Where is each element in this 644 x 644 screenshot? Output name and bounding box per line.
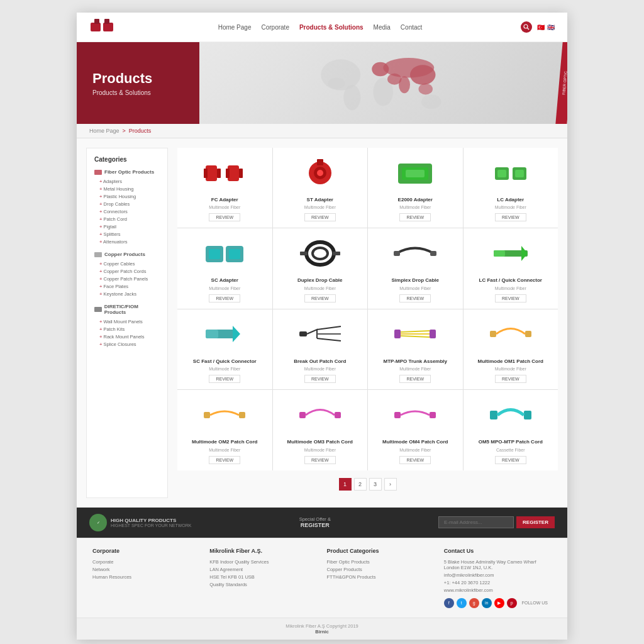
social-pinterest[interactable]: p xyxy=(507,598,517,608)
review-button[interactable]: REVIEW xyxy=(399,375,431,383)
page-3[interactable]: 3 xyxy=(369,478,382,491)
review-button[interactable]: REVIEW xyxy=(495,213,526,221)
product-card: Duplex Drop Cable Multimode Fiber REVIEW xyxy=(273,228,368,308)
lang-en[interactable]: 🇬🇧 xyxy=(547,24,555,31)
svg-point-39 xyxy=(313,248,328,259)
cat-metal-housing[interactable]: Metal Housing xyxy=(94,185,160,192)
social-youtube[interactable]: ▶ xyxy=(494,598,504,608)
cat-wall-panels[interactable]: Wall Mount Panels xyxy=(94,318,160,325)
footer-col-mikrolink-title: Mikrolink Fiber A.Ş. xyxy=(209,548,317,554)
footer-link-hse[interactable]: HSE Tel KFB 01 USB xyxy=(209,574,317,580)
products-grid: FC Adapter Multimode Fiber REVIEW ST Ada… xyxy=(177,148,558,470)
cat-pigtail[interactable]: Pigtail xyxy=(94,223,160,230)
copyright: Mikrolink Fiber A.Ş Copyright 2019 xyxy=(82,623,562,629)
footer-link-quality[interactable]: Quality Standards xyxy=(209,582,317,587)
nav-contact[interactable]: Contact xyxy=(401,24,422,31)
cat-patch-cord[interactable]: Patch Cord xyxy=(94,215,160,223)
page-next[interactable]: › xyxy=(384,478,397,491)
product-image xyxy=(393,316,437,353)
cat-adapters[interactable]: Adapters xyxy=(94,177,160,185)
svg-line-51 xyxy=(317,326,341,330)
social-facebook[interactable]: f xyxy=(444,598,454,608)
product-category: Multimode Fiber xyxy=(399,286,431,291)
footer-special: Special Offer & REGISTER xyxy=(299,516,331,528)
review-button[interactable]: REVIEW xyxy=(209,213,240,221)
cat-splice-closures[interactable]: Splice Closures xyxy=(94,340,160,348)
svg-point-16 xyxy=(399,76,410,93)
cat-patch-kits[interactable]: Patch Kits xyxy=(94,325,160,333)
svg-rect-33 xyxy=(515,170,524,177)
footer-link-kfb[interactable]: KFB Indoor Quality Services xyxy=(209,559,317,565)
cat-copper-patch-cords[interactable]: Copper Patch Cords xyxy=(94,267,160,275)
cat-copper-cables[interactable]: Copper Cables xyxy=(94,260,160,267)
review-button[interactable]: REVIEW xyxy=(304,375,336,383)
review-button[interactable]: REVIEW xyxy=(304,456,336,464)
review-button[interactable]: REVIEW xyxy=(209,294,240,303)
footer-email[interactable]: info@mikrolinkfiber.com xyxy=(444,572,552,578)
product-name: MTP-MPO Trunk Assembly xyxy=(384,358,448,365)
review-button[interactable]: REVIEW xyxy=(495,375,526,383)
product-image xyxy=(489,316,533,353)
footer-website[interactable]: www.mikrolinkfiber.com xyxy=(444,587,552,593)
svg-point-14 xyxy=(419,83,433,94)
review-button[interactable]: REVIEW xyxy=(399,213,431,221)
lang-tr[interactable]: 🇹🇷 xyxy=(537,24,545,31)
cat-splitters[interactable]: Splitters xyxy=(94,230,160,238)
footer-phone[interactable]: +1: +44 20 3670 1222 xyxy=(444,580,552,586)
nav-home[interactable]: Home Page xyxy=(218,24,252,31)
social-googleplus[interactable]: g xyxy=(469,598,479,608)
review-button[interactable]: REVIEW xyxy=(495,294,526,303)
cat-plastic-housing[interactable]: Plastic Housing xyxy=(94,192,160,200)
review-button[interactable]: REVIEW xyxy=(304,294,336,303)
sidebar: Categories Fiber Optic Products Adapters… xyxy=(86,148,168,498)
cat-face-plates[interactable]: Face Plates xyxy=(94,282,160,290)
product-image xyxy=(298,154,342,192)
cat-rack-panels[interactable]: Rack Mount Panels xyxy=(94,333,160,340)
review-button[interactable]: REVIEW xyxy=(495,456,526,464)
nav-media[interactable]: Media xyxy=(374,24,391,31)
footer-link-network[interactable]: Network xyxy=(92,567,200,572)
page-1[interactable]: 1 xyxy=(339,478,352,491)
review-button[interactable]: REVIEW xyxy=(399,294,431,303)
social-twitter[interactable]: t xyxy=(457,598,467,608)
page-2[interactable]: 2 xyxy=(354,478,367,491)
product-image xyxy=(489,235,533,272)
footer-link-copper[interactable]: Copper Products xyxy=(327,567,435,572)
product-category: Cassette Fiber xyxy=(496,448,525,452)
page-wrapper: Home Page Corporate Products & Solutions… xyxy=(77,13,567,640)
nav-products[interactable]: Products & Solutions xyxy=(299,24,364,31)
footer-link-hr[interactable]: Human Resources xyxy=(92,574,200,580)
product-name: LC Fast / Quick Connector xyxy=(479,277,542,284)
register-button[interactable]: REGISTER xyxy=(516,516,555,528)
svg-rect-64 xyxy=(335,412,341,418)
review-button[interactable]: REVIEW xyxy=(304,213,336,221)
cat-keystone-jacks[interactable]: Keystone Jacks xyxy=(94,290,160,297)
cat-attenuators[interactable]: Attenuators xyxy=(94,238,160,245)
review-button[interactable]: REVIEW xyxy=(209,456,240,464)
footer-link-corporate[interactable]: Corporate xyxy=(92,559,200,565)
cat-connectors[interactable]: Connectors xyxy=(94,208,160,215)
language-selector[interactable]: 🇹🇷 🇬🇧 xyxy=(537,24,555,31)
social-linkedin[interactable]: in xyxy=(482,598,492,608)
review-button[interactable]: REVIEW xyxy=(399,456,431,464)
cat-copper-patch-panels[interactable]: Copper Patch Panels xyxy=(94,275,160,282)
footer-link-lan[interactable]: LAN Agreement xyxy=(209,567,317,572)
product-name: OM5 MPO-MTP Patch Cord xyxy=(479,439,543,445)
logo-icon xyxy=(89,18,114,36)
review-button[interactable]: REVIEW xyxy=(209,375,240,383)
footer-link-ftth[interactable]: FTTH&GPON Products xyxy=(327,574,435,580)
breadcrumb-home[interactable]: Home Page xyxy=(89,128,119,134)
hero-subtitle: Products & Solutions xyxy=(92,89,184,96)
products-area: FC Adapter Multimode Fiber REVIEW ST Ada… xyxy=(177,148,558,498)
footer-link-fiber[interactable]: Fiber Optic Products xyxy=(327,559,435,565)
cat-drop-cables[interactable]: Drop Cables xyxy=(94,200,160,208)
newsletter-input[interactable] xyxy=(438,516,514,528)
svg-rect-45 xyxy=(494,250,505,257)
nav-corporate[interactable]: Corporate xyxy=(261,24,289,31)
svg-rect-65 xyxy=(394,412,401,418)
product-image xyxy=(298,316,342,353)
svg-point-7 xyxy=(328,77,345,89)
search-button[interactable] xyxy=(521,21,532,33)
svg-rect-3 xyxy=(104,19,109,24)
product-name: SC Adapter xyxy=(211,277,238,284)
